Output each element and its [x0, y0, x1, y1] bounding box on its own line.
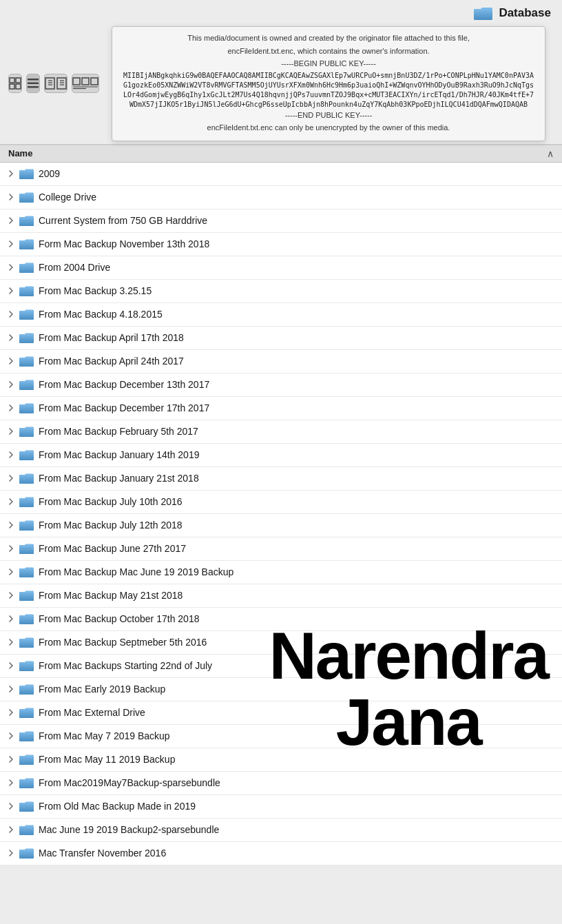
folder-icon — [19, 167, 34, 180]
svg-rect-4 — [10, 84, 14, 89]
expand-chevron[interactable] — [6, 474, 17, 482]
expand-chevron[interactable] — [6, 380, 17, 389]
svg-rect-27 — [19, 217, 34, 226]
popup-begin-key: -----BEGIN PUBLIC KEY----- — [122, 58, 535, 70]
expand-chevron[interactable] — [6, 755, 17, 763]
table-row[interactable]: From Mac Backup July 10th 2016 — [0, 491, 562, 514]
folder-icon — [19, 449, 34, 461]
expand-chevron[interactable] — [6, 310, 17, 318]
table-row[interactable]: From Mac Backup May 21st 2018 — [0, 584, 562, 608]
table-row[interactable]: From Mac Early 2019 Backup — [0, 678, 562, 701]
table-row[interactable]: Mac June 19 2019 Backup2-sparsebundle — [0, 819, 562, 842]
column-view-button[interactable] — [44, 74, 67, 93]
table-row[interactable]: From Mac Backup July 12th 2018 — [0, 514, 562, 537]
expand-chevron[interactable] — [6, 849, 17, 857]
table-row[interactable]: From Mac Backup June 27th 2017 — [0, 537, 562, 561]
table-row[interactable]: From Mac External Drive — [0, 701, 562, 725]
file-name-label: From Mac Backup Septmeber 5th 2016 — [39, 637, 554, 648]
file-name-label: Current System from 750 GB Harddrive — [39, 215, 554, 226]
svg-rect-33 — [19, 287, 34, 296]
file-name-label: From Mac Backup July 10th 2016 — [39, 496, 554, 507]
table-row[interactable]: College Drive — [0, 186, 562, 209]
table-row[interactable]: From Mac Backup January 21st 2018 — [0, 467, 562, 491]
table-row[interactable]: From Mac Backup Septmeber 5th 2016 — [0, 631, 562, 655]
column-header: Name ∧ — [0, 145, 562, 163]
svg-rect-63 — [19, 639, 34, 648]
table-row[interactable]: From Mac Backup April 17th 2018 — [0, 327, 562, 350]
expand-chevron[interactable] — [6, 333, 17, 342]
folder-icon — [19, 542, 34, 555]
expand-chevron[interactable] — [6, 732, 17, 740]
table-row[interactable]: From Mac Backup December 13th 2017 — [0, 373, 562, 397]
expand-chevron[interactable] — [6, 170, 17, 178]
svg-rect-39 — [19, 358, 34, 367]
table-row[interactable]: From Mac Backups Starting 22nd of July — [0, 655, 562, 678]
scroll-up-button[interactable]: ∧ — [547, 148, 554, 159]
folder-icon — [19, 214, 34, 227]
file-list-wrapper: 2009 College Drive — [0, 163, 562, 865]
table-row[interactable]: From Mac Backup December 17th 2017 — [0, 397, 562, 420]
svg-rect-77 — [19, 803, 34, 812]
file-name-label: From Mac Backup June 27th 2017 — [39, 543, 554, 554]
table-row[interactable]: From Mac2019May7Backup-sparsebundle — [0, 772, 562, 795]
expand-chevron[interactable] — [6, 193, 17, 201]
expand-chevron[interactable] — [6, 263, 17, 271]
expand-chevron[interactable] — [6, 404, 17, 412]
list-view-button[interactable] — [26, 74, 40, 93]
expand-chevron[interactable] — [6, 638, 17, 646]
table-row[interactable]: Current System from 750 GB Harddrive — [0, 209, 562, 233]
cover-flow-icon — [72, 77, 98, 90]
table-row[interactable]: From Mac May 7 2019 Backup — [0, 725, 562, 748]
svg-rect-49 — [19, 475, 34, 484]
expand-chevron[interactable] — [6, 451, 17, 459]
file-name-label: College Drive — [39, 192, 554, 203]
expand-chevron[interactable] — [6, 615, 17, 623]
folder-icon — [19, 308, 34, 320]
svg-rect-53 — [19, 522, 34, 531]
file-name-label: From Mac May 7 2019 Backup — [39, 730, 554, 741]
table-row[interactable]: From Mac Backup 4.18.2015 — [0, 303, 562, 327]
popup-key-text: MIIBIjANBgkqhkiG9w0BAQEFAAOCAQ8AMIIBCgKC… — [122, 71, 535, 110]
expand-chevron[interactable] — [6, 521, 17, 529]
expand-chevron[interactable] — [6, 591, 17, 599]
table-row[interactable]: From Mac May 11 2019 Backup — [0, 748, 562, 772]
cover-flow-button[interactable] — [72, 74, 99, 93]
expand-chevron[interactable] — [6, 287, 17, 295]
title-bar: Database — [0, 0, 562, 23]
expand-chevron[interactable] — [6, 779, 17, 787]
expand-chevron[interactable] — [6, 497, 17, 506]
popup-tooltip: This media/document is owned and created… — [112, 26, 545, 141]
file-name-label: From Mac Backup December 13th 2017 — [39, 379, 554, 390]
folder-icon — [19, 589, 34, 602]
expand-chevron[interactable] — [6, 825, 17, 834]
svg-rect-41 — [19, 381, 34, 390]
expand-chevron[interactable] — [6, 568, 17, 576]
table-row[interactable]: From Mac Backup February 5th 2017 — [0, 420, 562, 444]
table-row[interactable]: From Mac Backup April 24th 2017 — [0, 350, 562, 373]
table-row[interactable]: Mac Transfer November 2016 — [0, 842, 562, 865]
column-name-label[interactable]: Name — [8, 148, 547, 158]
table-row[interactable]: From Mac Backup 3.25.15 — [0, 280, 562, 303]
table-row[interactable]: From Mac Backup Mac June 19 2019 Backup — [0, 561, 562, 584]
table-row[interactable]: Form Mac Backup November 13th 2018 — [0, 233, 562, 256]
expand-chevron[interactable] — [6, 802, 17, 810]
table-row[interactable]: From Old Mac Backup Made in 2019 — [0, 795, 562, 819]
table-row[interactable]: From 2004 Drive — [0, 256, 562, 280]
table-row[interactable]: From Mac Backup October 17th 2018 — [0, 608, 562, 631]
column-icon — [45, 77, 67, 90]
expand-chevron[interactable] — [6, 685, 17, 693]
table-row[interactable]: From Mac Backup January 14th 2019 — [0, 444, 562, 467]
expand-chevron[interactable] — [6, 708, 17, 717]
svg-rect-61 — [19, 615, 34, 624]
folder-icon — [19, 777, 34, 789]
expand-chevron[interactable] — [6, 216, 17, 225]
svg-rect-37 — [19, 334, 34, 343]
expand-chevron[interactable] — [6, 544, 17, 553]
expand-chevron[interactable] — [6, 357, 17, 365]
expand-chevron[interactable] — [6, 240, 17, 248]
expand-chevron[interactable] — [6, 427, 17, 435]
grid-view-button[interactable] — [8, 74, 22, 93]
table-row[interactable]: 2009 — [0, 163, 562, 186]
file-name-label: Mac June 19 2019 Backup2-sparsebundle — [39, 824, 554, 835]
expand-chevron[interactable] — [6, 661, 17, 670]
